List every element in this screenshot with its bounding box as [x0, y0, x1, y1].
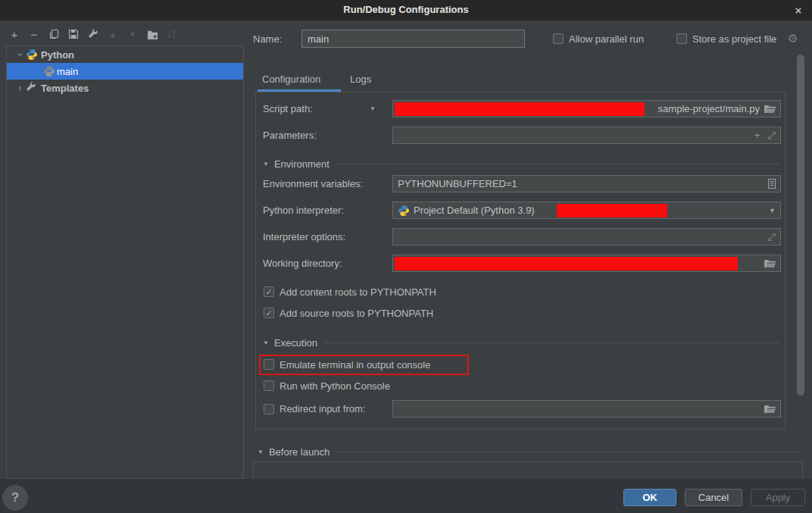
- redaction-box: [395, 102, 645, 116]
- wrench-icon: [26, 82, 38, 94]
- python-interpreter-select[interactable]: Project Default (Python 3.9) ▼: [392, 202, 781, 219]
- section-divider: [336, 452, 801, 452]
- collapse-caret-icon[interactable]: ▼: [263, 339, 269, 346]
- working-directory-row: Working directory:: [256, 255, 785, 272]
- python-icon: [398, 205, 410, 217]
- move-up-button[interactable]: ▲: [107, 27, 119, 41]
- sort-configurations-button[interactable]: ↓ az: [166, 27, 176, 41]
- help-button[interactable]: ?: [2, 485, 28, 511]
- apply-button[interactable]: Apply: [751, 489, 805, 506]
- redaction-box: [557, 204, 667, 217]
- redirect-input-checkbox[interactable]: [264, 404, 274, 414]
- chevron-down-icon[interactable]: ›: [15, 49, 26, 61]
- execution-section-label: Execution: [274, 337, 317, 349]
- before-launch-section-header[interactable]: ▼ Before launch: [258, 446, 801, 458]
- emulate-terminal-checkbox[interactable]: [264, 359, 274, 370]
- python-interpreter-value: Project Default (Python 3.9): [414, 205, 535, 216]
- tree-item-label: main: [57, 66, 78, 77]
- store-as-project-file-label: Store as project file: [692, 33, 776, 45]
- edit-variables-icon[interactable]: [768, 179, 776, 189]
- new-folder-button[interactable]: [146, 27, 158, 41]
- run-with-python-console-checkbox[interactable]: [264, 380, 274, 391]
- tree-item-label: Templates: [41, 83, 89, 94]
- gear-icon[interactable]: ⚙: [788, 32, 798, 45]
- interpreter-options-input[interactable]: ⤢: [392, 228, 781, 246]
- parameters-row: Parameters: + ⤢: [256, 127, 785, 144]
- add-configuration-button[interactable]: +: [8, 27, 20, 41]
- run-debug-configurations-dialog: Run/Debug Configurations × + − ▲ ▼ ↓ az …: [0, 0, 812, 513]
- section-divider: [324, 343, 779, 343]
- collapse-caret-icon[interactable]: ▼: [263, 161, 269, 167]
- edit-templates-button[interactable]: [87, 27, 99, 41]
- configurations-toolbar: + − ▲ ▼ ↓ az: [8, 26, 176, 42]
- working-directory-label: Working directory:: [263, 258, 342, 269]
- environment-variables-label: Environment variables:: [263, 178, 363, 189]
- save-configuration-button[interactable]: [67, 27, 80, 41]
- dialog-title: Run/Debug Configurations: [0, 4, 812, 15]
- store-as-project-file-checkbox[interactable]: [676, 33, 687, 44]
- add-content-roots-label: Add content roots to PYTHONPATH: [280, 286, 436, 298]
- run-with-python-console-label: Run with Python Console: [280, 380, 390, 392]
- name-label: Name:: [253, 33, 282, 45]
- add-macro-icon[interactable]: +: [754, 130, 760, 141]
- tree-item-templates[interactable]: › Templates: [7, 80, 243, 96]
- add-source-roots-checkbox[interactable]: ✓: [264, 308, 274, 318]
- expand-field-icon[interactable]: ⤢: [768, 130, 776, 142]
- tree-item-main[interactable]: main: [7, 63, 243, 80]
- environment-section-label: Environment: [274, 158, 329, 170]
- tree-item-label: Python: [41, 49, 74, 61]
- script-path-value: sample-project/main.py: [658, 103, 764, 114]
- interpreter-options-row: Interpreter options: ⤢: [256, 228, 785, 246]
- execution-section-header[interactable]: ▼ Execution: [263, 336, 779, 349]
- configurations-tree: › Python main › Templates: [6, 45, 244, 479]
- interpreter-options-label: Interpreter options:: [263, 231, 345, 242]
- tab-logs[interactable]: Logs: [350, 74, 371, 85]
- script-path-options-caret[interactable]: ▼: [370, 105, 376, 112]
- tab-configuration[interactable]: Configuration: [262, 74, 320, 85]
- emulate-terminal-label: Emulate terminal in output console: [280, 359, 430, 371]
- parameters-input[interactable]: + ⤢: [392, 127, 781, 144]
- folder-icon[interactable]: [764, 259, 776, 268]
- copy-configuration-button[interactable]: [48, 27, 60, 41]
- add-content-roots-checkbox[interactable]: ✓: [264, 286, 274, 297]
- ok-button[interactable]: OK: [623, 489, 676, 506]
- chevron-right-icon[interactable]: ›: [14, 83, 26, 93]
- folder-icon[interactable]: [764, 405, 776, 414]
- environment-variables-input[interactable]: PYTHONUNBUFFERED=1: [392, 175, 781, 192]
- close-icon[interactable]: ×: [791, 2, 806, 17]
- redaction-box: [395, 257, 738, 271]
- before-launch-task-list[interactable]: [253, 461, 803, 480]
- working-directory-input[interactable]: [392, 255, 781, 272]
- python-icon: [26, 48, 38, 61]
- parameters-label: Parameters:: [263, 130, 317, 141]
- script-path-row: Script path: ▼ sample-project/main.py: [256, 100, 785, 117]
- redirect-input-file-input[interactable]: [392, 400, 781, 418]
- redirect-input-label: Redirect input from:: [280, 403, 365, 414]
- move-down-button[interactable]: ▼: [126, 27, 139, 41]
- collapse-caret-icon[interactable]: ▼: [258, 449, 264, 455]
- environment-section-header[interactable]: ▼ Environment: [263, 158, 779, 170]
- add-source-roots-label: Add source roots to PYTHONPATH: [280, 308, 433, 319]
- folder-icon[interactable]: [764, 105, 776, 114]
- python-icon: [43, 65, 55, 77]
- environment-variables-row: Environment variables: PYTHONUNBUFFERED=…: [256, 175, 785, 192]
- check-icon: ✓: [265, 309, 272, 317]
- environment-variables-value: PYTHONUNBUFFERED=1: [398, 178, 517, 189]
- before-launch-section-label: Before launch: [269, 446, 329, 458]
- section-divider: [336, 164, 779, 164]
- script-path-input[interactable]: sample-project/main.py: [392, 100, 781, 117]
- python-interpreter-label: Python interpreter:: [263, 205, 344, 216]
- expand-field-icon[interactable]: ⤢: [768, 231, 776, 243]
- allow-parallel-run-label: Allow parallel run: [569, 33, 644, 45]
- configuration-panel: Script path: ▼ sample-project/main.py Pa…: [255, 92, 785, 430]
- name-input[interactable]: [301, 30, 525, 48]
- allow-parallel-run-checkbox[interactable]: [553, 33, 564, 44]
- python-interpreter-row: Python interpreter: Project Default (Pyt…: [256, 202, 785, 219]
- dropdown-caret-icon[interactable]: ▼: [769, 207, 776, 214]
- cancel-button[interactable]: Cancel: [685, 489, 742, 506]
- remove-configuration-button[interactable]: −: [28, 27, 40, 41]
- tree-item-python[interactable]: › Python: [7, 46, 243, 63]
- vertical-scrollbar[interactable]: [797, 55, 804, 396]
- title-bar: Run/Debug Configurations ×: [0, 0, 812, 20]
- script-path-label: Script path:: [263, 103, 313, 114]
